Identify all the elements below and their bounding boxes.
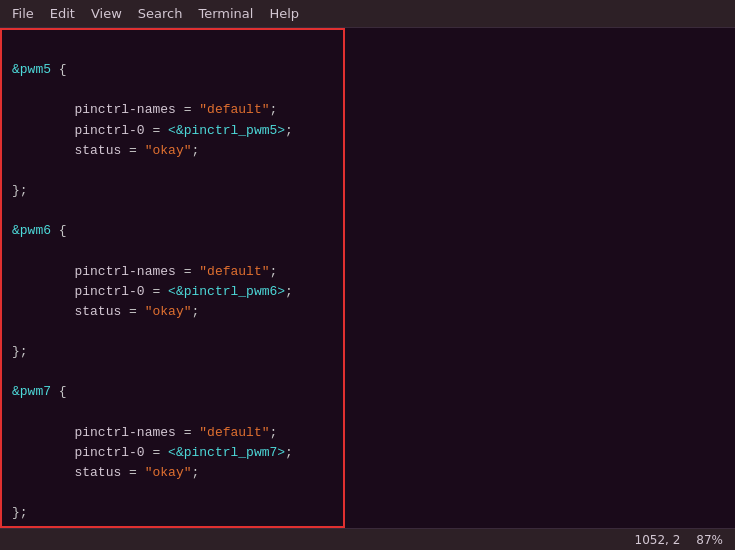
menu-search[interactable]: Search <box>130 4 191 23</box>
menu-view[interactable]: View <box>83 4 130 23</box>
menu-edit[interactable]: Edit <box>42 4 83 23</box>
right-panel <box>368 28 736 528</box>
menu-file[interactable]: File <box>4 4 42 23</box>
editor-main[interactable]: &pwm5 { pinctrl-names = "default"; pinct… <box>0 28 368 528</box>
statusbar: 1052, 2 87% <box>0 528 735 550</box>
zoom-level: 87% <box>696 533 723 547</box>
menubar: File Edit View Search Terminal Help <box>0 0 735 28</box>
menu-terminal[interactable]: Terminal <box>190 4 261 23</box>
menu-help[interactable]: Help <box>261 4 307 23</box>
code-content: &pwm5 { pinctrl-names = "default"; pinct… <box>0 36 368 528</box>
editor-container: &pwm5 { pinctrl-names = "default"; pinct… <box>0 28 735 528</box>
cursor-position: 1052, 2 <box>635 533 681 547</box>
